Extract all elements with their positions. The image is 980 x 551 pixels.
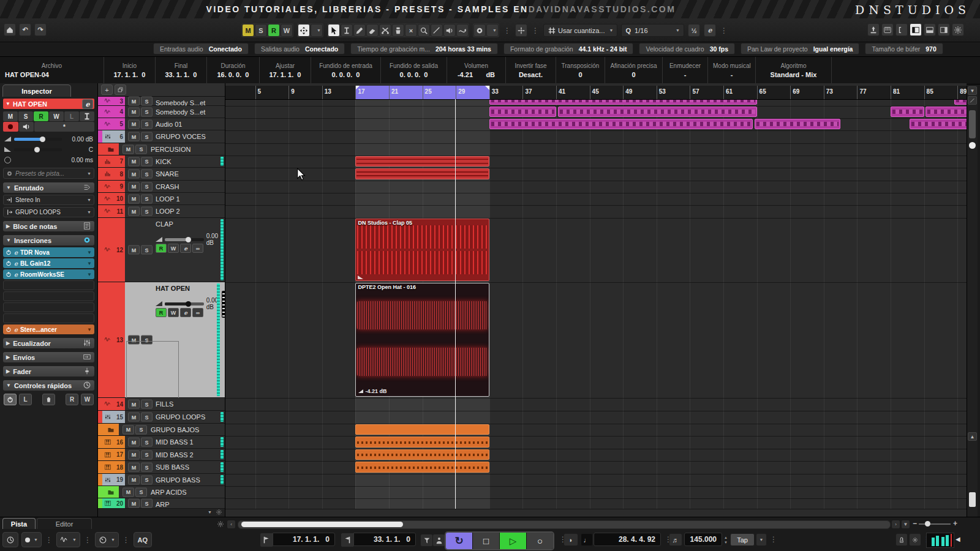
add-track-button[interactable]: + (101, 84, 113, 95)
tracklist-dropdown-icon[interactable]: ▼ (208, 510, 212, 514)
track-row-hat-open[interactable]: 13MSHAT OPEN0.00 dBRWe∞ (98, 282, 225, 398)
track-row-grupo-loops[interactable]: 15MSGRUPO LOOPS (98, 411, 225, 424)
infoline-field-ajustar[interactable]: Ajustar17. 1. 1. 0 (260, 57, 311, 84)
audio-clip[interactable] (355, 449, 489, 460)
vertical-scrollbar[interactable]: ▼ ▲ (967, 86, 978, 517)
redo-button[interactable]: ↷ (34, 23, 47, 36)
comp-tool-button[interactable] (473, 24, 486, 37)
tap-tempo-button[interactable]: Tap (730, 533, 755, 546)
zone-lower-button[interactable] (924, 23, 936, 36)
record-button[interactable]: ○ (527, 533, 553, 549)
scroll-up-arrow[interactable]: ▲ (968, 432, 977, 441)
export-button[interactable] (867, 23, 880, 36)
section-notepad[interactable]: ▶Bloc de notas (3, 221, 94, 231)
insert-slot-empty[interactable] (3, 313, 94, 323)
infoline-field-transposici-n[interactable]: Transposición0 (556, 57, 605, 84)
insert-edit-icon[interactable]: e (14, 260, 18, 267)
track-mute-button[interactable]: M (123, 425, 134, 434)
infoline-field-duraci-n[interactable]: Duración16. 0. 0. 0 (207, 57, 260, 84)
track-mute-button[interactable]: M (128, 413, 140, 422)
tempo-display[interactable]: 145.000 (684, 533, 722, 546)
track-solo-button[interactable]: S (141, 194, 153, 203)
quantize-panel-button[interactable]: e (704, 24, 716, 37)
track-solo-button[interactable]: S (141, 107, 153, 116)
insert-slot-empty[interactable] (3, 291, 94, 301)
qc-write-button[interactable]: W (81, 394, 94, 405)
tempo-stepper[interactable]: ▲▼ (724, 536, 728, 544)
zone-right-button[interactable] (938, 23, 950, 36)
right-locator-value[interactable]: 33. 1. 1. 0 (353, 533, 416, 546)
audio-clip[interactable] (355, 462, 489, 473)
section-inserts[interactable]: ▼Inserciones (3, 235, 94, 246)
section-fader[interactable]: ▶Fader (3, 366, 94, 377)
audio-clip[interactable] (925, 107, 967, 117)
hscroll-right-arrow[interactable]: › (892, 520, 900, 528)
insert-slot-empty[interactable] (3, 280, 94, 290)
track-write-button[interactable]: W (168, 244, 179, 253)
hzoom-slider[interactable] (919, 523, 951, 525)
track-mute-button[interactable]: M (128, 475, 140, 484)
timeline-ruler[interactable]: 5913172125293337414549535761656973778185… (225, 86, 967, 100)
insert-slot-roomworksse[interactable]: eRoomWorksSE▼ (3, 269, 94, 279)
status-item-2[interactable]: Tiempo de grabación m...204 horas 33 min… (350, 43, 498, 54)
track-volume-slider[interactable] (165, 238, 204, 241)
infoline-field-volumen[interactable]: Volumen-4.21 dB (447, 57, 506, 84)
scroll-down-arrow[interactable]: ▼ (968, 86, 977, 95)
track-mute-button[interactable]: M (123, 144, 134, 154)
track-mute-button[interactable]: M (128, 107, 140, 116)
mute-all-button[interactable]: M (242, 24, 254, 37)
infoline-field-fundido-de-entrada[interactable]: Fundido de entrada0. 0. 0. 0 (311, 57, 381, 84)
track-mute-button[interactable]: M (128, 438, 140, 447)
audio-clip[interactable] (355, 424, 489, 435)
inspector-solo-button[interactable]: S (18, 111, 33, 121)
track-row-clap[interactable]: 12MSCLAP0.00 dBRWe∞ (98, 218, 225, 282)
eraser-tool-button[interactable] (366, 24, 379, 37)
track-mute-button[interactable]: M (128, 463, 140, 472)
track-mute-button[interactable]: M (128, 207, 140, 216)
audition-tool-button[interactable] (443, 24, 456, 37)
preroll-button[interactable]: ◗ (564, 533, 578, 546)
section-eq[interactable]: ▶Ecualizador (3, 338, 94, 348)
pan-slider[interactable] (14, 148, 62, 151)
insert-edit-icon[interactable]: e (14, 249, 18, 256)
infoline-field-inicio[interactable]: Inicio17. 1. 1. 0 (104, 57, 156, 84)
track-presets-field[interactable]: Presets de pista...▼ (3, 168, 94, 179)
record-enable-button[interactable] (3, 122, 18, 132)
track-row-loop-1[interactable]: 10MSLOOP 1 (98, 193, 225, 205)
output-routing-dropdown[interactable]: GRUPO LOOPS▼ (3, 207, 94, 217)
hscroll-left-arrow[interactable]: ‹ (227, 520, 235, 528)
zone-left-button[interactable] (910, 23, 922, 36)
setup-toolbar-button[interactable] (952, 23, 964, 36)
audio-clip[interactable] (355, 156, 489, 167)
track-row-somebody-s-et[interactable]: 4MSSomebody S...et (98, 106, 225, 118)
input-routing-dropdown[interactable]: Stereo In▼ (3, 195, 94, 205)
stop-button[interactable]: □ (473, 533, 499, 549)
zoom-tool-button[interactable] (418, 24, 430, 37)
gear-icon[interactable] (217, 520, 224, 528)
cycle-button[interactable]: ↻ (446, 533, 472, 549)
ruler-pencil-button[interactable] (968, 96, 977, 105)
gear-icon[interactable] (216, 509, 222, 515)
track-mute-button[interactable]: M (128, 170, 140, 179)
track-solo-button[interactable]: S (135, 144, 147, 154)
quantize-dropdown[interactable]: Q 1/16▼ (621, 24, 684, 37)
metronome-button[interactable] (895, 533, 908, 546)
left-locator-value[interactable]: 17. 1. 1. 0 (273, 533, 335, 546)
track-row-audio-01[interactable]: 5MSAudio 01 (98, 118, 225, 130)
pencil-tool-button[interactable] (353, 24, 366, 37)
track-solo-button[interactable]: S (141, 438, 153, 447)
track-solo-button[interactable]: S (141, 450, 153, 459)
track-read-button[interactable]: R (156, 308, 167, 317)
audio-clip[interactable] (489, 107, 556, 117)
inspector-mute-button[interactable]: M (3, 111, 18, 121)
zoom-preset-dropdown[interactable]: ▼ (902, 520, 910, 528)
right-locator-flag-icon[interactable] (341, 533, 354, 547)
mixconsole-button[interactable] (881, 23, 894, 36)
inspector-autofade-button[interactable] (80, 111, 94, 121)
inspector-tab[interactable]: Inspector (2, 84, 71, 97)
audio-clip[interactable] (910, 119, 967, 129)
vscroll-thumb[interactable] (969, 110, 976, 138)
tap-options-button[interactable]: ▼ (756, 533, 767, 546)
left-locator-flag-icon[interactable] (260, 533, 273, 547)
tab-pista[interactable]: Pista (2, 518, 36, 529)
